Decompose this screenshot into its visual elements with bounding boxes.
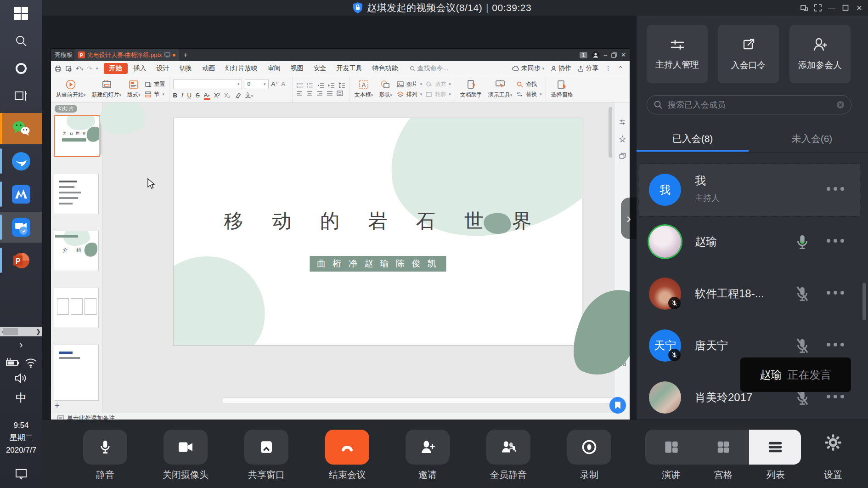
numbered-list-icon[interactable]: 12 — [307, 83, 314, 88]
participant-more-button[interactable] — [827, 343, 844, 346]
speaker-view-button[interactable] — [645, 430, 697, 465]
slide-thumbnail-5[interactable] — [54, 345, 99, 401]
taskbar-meeting-app-button[interactable] — [0, 212, 42, 243]
decrease-indent-icon[interactable] — [317, 83, 324, 88]
ribbon-tab-security[interactable]: 安全 — [310, 63, 331, 74]
docer-template-tab[interactable]: 壳模板 — [55, 51, 73, 59]
rail-beautify-icon[interactable] — [619, 136, 626, 142]
invite-button[interactable] — [406, 430, 450, 465]
action-center-button[interactable] — [0, 468, 42, 481]
document-tab[interactable]: P 光电设计大赛-曲桁净组.pptx — [74, 49, 179, 61]
annotation-float-button[interactable] — [609, 397, 626, 414]
command-search-placeholder[interactable]: 查找命令... — [417, 64, 449, 73]
ribbon-more-icon[interactable]: ⋮ — [605, 65, 611, 72]
shape-button[interactable]: 形状▾ — [378, 79, 394, 99]
present-tools-button[interactable]: 演示工具▾ — [487, 79, 514, 99]
participant-more-button[interactable] — [827, 291, 844, 295]
superscript-button[interactable]: X² — [214, 92, 220, 99]
ribbon-tab-review[interactable]: 审阅 — [264, 63, 285, 74]
participant-search[interactable] — [647, 95, 851, 114]
mic-muted-icon[interactable] — [794, 285, 811, 303]
account-badge[interactable]: 1 — [580, 52, 587, 58]
mute-button[interactable] — [83, 430, 127, 465]
layout-button[interactable]: 版式▾ — [126, 79, 142, 99]
picture-button[interactable]: 图片▾ — [397, 80, 423, 88]
slide-title-text[interactable]: 移 动 的 岩 石 世 界 — [174, 208, 582, 234]
start-button[interactable] — [0, 6, 42, 21]
mute-all-button[interactable] — [486, 430, 530, 465]
camera-off-button[interactable] — [163, 430, 208, 465]
outline-button[interactable]: 轮廓▾ — [425, 91, 451, 98]
align-center-icon[interactable] — [306, 91, 313, 96]
share-window-button[interactable] — [244, 430, 288, 465]
arrange-button[interactable]: 排列▾ — [397, 91, 423, 98]
participant-more-button[interactable] — [827, 395, 844, 398]
justify-icon[interactable] — [327, 91, 333, 96]
participant-row[interactable]: 赵瑜 — [639, 216, 860, 268]
align-right-icon[interactable] — [316, 91, 323, 96]
tab-joined[interactable]: 已入会(8) — [637, 126, 749, 152]
canvas-horizontal-scrollbar[interactable] — [222, 397, 630, 404]
participant-search-input[interactable] — [667, 100, 832, 110]
participant-row[interactable]: 软件工程18-... — [639, 268, 860, 320]
list-view-button[interactable] — [749, 430, 801, 465]
fill-button[interactable]: 填充▾ — [425, 80, 451, 88]
line-spacing-icon[interactable] — [338, 82, 345, 88]
taskbar-m-app-button[interactable] — [0, 179, 42, 210]
bold-button[interactable]: B — [173, 92, 177, 99]
cloud-sync-button[interactable]: 未同步▾ — [512, 64, 545, 73]
record-button[interactable] — [567, 430, 611, 465]
strikethrough-button[interactable]: S — [196, 92, 200, 99]
taskbar-search-button[interactable] — [0, 34, 42, 48]
slide-authors-text[interactable]: 曲 桁 净 赵 瑜 陈 俊 凯 — [310, 256, 446, 272]
volume-icon[interactable] — [0, 372, 42, 384]
fullscreen-icon[interactable] — [811, 0, 825, 16]
decrease-font-button[interactable]: A⁻ — [281, 80, 288, 87]
underline-button[interactable]: U — [187, 92, 192, 99]
redo-icon[interactable]: ↷ — [87, 65, 92, 72]
textbox-button[interactable]: A 文本框▾ — [353, 79, 375, 99]
ribbon-tab-home[interactable]: 开始 — [104, 63, 128, 74]
ribbon-tab-devtools[interactable]: 开发工具 — [333, 63, 366, 74]
ribbon-tab-view[interactable]: 视图 — [287, 63, 308, 74]
distribute-icon[interactable] — [337, 91, 343, 96]
participant-more-button[interactable] — [827, 239, 844, 243]
share-doc-button[interactable]: 分享 — [578, 64, 598, 73]
scroll-thumb[interactable] — [3, 328, 18, 335]
rail-resource-icon[interactable] — [619, 153, 626, 159]
undo-icon[interactable]: ↶▾ — [76, 65, 83, 72]
ime-indicator[interactable]: 中 — [0, 391, 42, 405]
participant-row-me[interactable]: 我 我 主持人 — [639, 164, 860, 216]
scroll-right-icon[interactable]: ❯ — [36, 328, 41, 335]
print-preview-icon[interactable] — [65, 65, 72, 72]
ppt-close-button[interactable]: ✕ — [621, 51, 626, 58]
taskbar-clock[interactable]: 9:54 星期二 2020/7/7 — [0, 419, 42, 456]
find-button[interactable]: 查找 — [517, 80, 542, 88]
screenshot-icon[interactable] — [797, 0, 811, 16]
doc-assistant-button[interactable]: 文档助手 — [459, 79, 484, 99]
reset-button[interactable]: 重置 — [145, 80, 165, 88]
slide-thumbnail-2[interactable] — [54, 174, 99, 214]
taskbar-scroll-strip[interactable]: ❮ ❯ — [0, 327, 42, 336]
clear-search-icon[interactable] — [836, 101, 845, 109]
new-slide-button[interactable]: 新建幻灯片▾ — [90, 79, 123, 99]
align-left-icon[interactable] — [296, 91, 303, 96]
grid-view-button[interactable] — [697, 430, 749, 465]
slide-editing-area[interactable]: 移 动 的 岩 石 世 界 曲 桁 净 赵 瑜 陈 俊 凯 — [173, 118, 582, 346]
ppt-minimize-button[interactable]: – — [604, 51, 607, 58]
increase-font-button[interactable]: A⁺ — [271, 80, 279, 87]
participant-more-button[interactable] — [827, 187, 844, 191]
ribbon-tab-special[interactable]: 特色功能 — [368, 63, 402, 74]
taskbar-powerpoint-button[interactable]: P — [0, 245, 42, 276]
font-family-select[interactable]: ▾ — [173, 79, 242, 89]
font-color-button[interactable]: A▾ — [204, 91, 210, 100]
section-button[interactable]: 节▾ — [145, 91, 165, 98]
host-manage-button[interactable]: 主持人管理 — [647, 25, 708, 83]
taskbar-dingtalk-button[interactable] — [0, 146, 42, 176]
collaborate-button[interactable]: 协作 — [551, 64, 571, 73]
slide-thumbnail-1[interactable]: 岩 石 世 界 — [54, 115, 100, 157]
close-button[interactable]: ✕ — [852, 0, 866, 16]
add-slide-button[interactable]: + — [55, 401, 60, 411]
slides-tab[interactable]: 幻灯片 — [55, 105, 77, 113]
participant-list-scrollbar[interactable] — [862, 283, 866, 320]
